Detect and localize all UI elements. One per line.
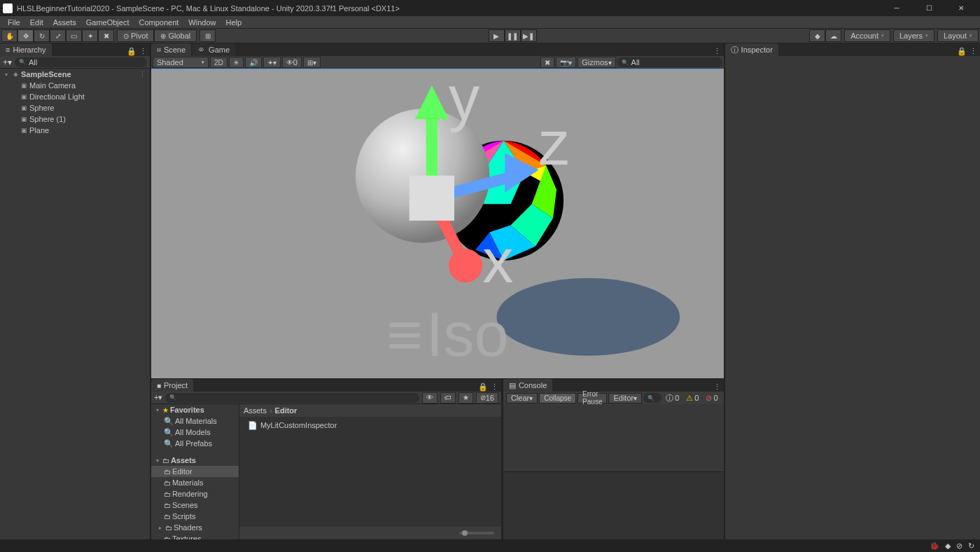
folder-item[interactable]: 🗀Editor xyxy=(151,466,239,477)
folder-item[interactable]: 🗀Scenes xyxy=(151,499,239,511)
panel-menu-icon[interactable]: ⋮ xyxy=(491,382,498,392)
folder-item[interactable]: 🗀Textures xyxy=(151,533,239,539)
step-button[interactable]: ▶❚ xyxy=(521,29,537,42)
snap-button[interactable]: ⊞ xyxy=(200,29,216,42)
panel-menu-icon[interactable]: ⋮ xyxy=(713,47,721,56)
hierarchy-item[interactable]: ▣Directional Light xyxy=(0,91,150,102)
game-tab[interactable]: ᯣ Game xyxy=(192,43,235,56)
lock-icon[interactable]: 🔒 xyxy=(957,47,967,56)
minimize-button[interactable]: ─ xyxy=(881,0,913,16)
lock-icon[interactable]: 🔒 xyxy=(478,382,488,392)
cloud-button[interactable]: ☁ xyxy=(825,29,841,42)
menu-assets[interactable]: Assets xyxy=(48,18,81,27)
console-tab[interactable]: ▤ Console xyxy=(503,379,552,392)
create-dropdown[interactable]: +▾ xyxy=(3,57,12,67)
lighting-toggle[interactable]: ☀ xyxy=(229,57,244,68)
error-pause-button[interactable]: Error Pause xyxy=(578,393,607,403)
thumbnail-size-slider[interactable] xyxy=(459,532,494,534)
favorite-item[interactable]: 🔍All Prefabs xyxy=(151,438,239,449)
folder-icon: 🗀 xyxy=(164,468,171,476)
menu-window[interactable]: Window xyxy=(183,18,220,27)
inspector-tab[interactable]: ⓘ Inspector xyxy=(725,43,778,56)
clear-button[interactable]: Clear ▾ xyxy=(506,393,538,403)
scale-tool-button[interactable]: ⤢ xyxy=(50,29,66,42)
panel-menu-icon[interactable]: ⋮ xyxy=(139,47,147,56)
breadcrumb-item[interactable]: Assets xyxy=(244,406,267,415)
menu-edit[interactable]: Edit xyxy=(25,18,48,27)
rect-tool-button[interactable]: ▭ xyxy=(66,29,82,42)
error-count[interactable]: ⊘0 xyxy=(703,394,720,403)
favorite-item[interactable]: 🔍All Materials xyxy=(151,415,239,427)
status-icon[interactable]: ⊘ xyxy=(956,541,962,551)
fx-toggle[interactable]: ✦▾ xyxy=(263,57,281,68)
menu-gameobject[interactable]: GameObject xyxy=(81,18,134,27)
favorite-item[interactable]: 🔍All Models xyxy=(151,427,239,438)
hidden-count[interactable]: ⊘16 xyxy=(476,392,498,403)
draw-mode-dropdown[interactable]: Shaded▾ xyxy=(153,57,209,68)
hierarchy-tab[interactable]: ≡ Hierarchy xyxy=(0,43,52,56)
gameobject-icon: ▣ xyxy=(20,104,28,112)
play-button[interactable]: ▶ xyxy=(489,29,505,42)
transform-tool-button[interactable]: ✦ xyxy=(82,29,98,42)
breadcrumb-item[interactable]: Editor xyxy=(275,406,298,415)
folder-item[interactable]: 🗀Scripts xyxy=(151,511,239,522)
hand-tool-button[interactable]: ✋ xyxy=(1,29,18,42)
tools-button[interactable]: ✖ xyxy=(540,57,554,68)
console-search[interactable] xyxy=(643,393,662,403)
pause-button[interactable]: ❚❚ xyxy=(505,29,521,42)
hierarchy-search[interactable]: All xyxy=(15,57,147,67)
panel-menu-icon[interactable]: ⋮ xyxy=(713,382,721,392)
hierarchy-item[interactable]: ▣Sphere xyxy=(0,102,150,113)
filter-button[interactable]: 🏷 xyxy=(440,392,456,403)
editor-dropdown[interactable]: Editor ▾ xyxy=(608,393,642,403)
collapse-button[interactable]: Collapse xyxy=(539,393,576,403)
orientation-gizmo[interactable]: y z x ≡ Iso xyxy=(151,74,718,378)
rotate-tool-button[interactable]: ↻ xyxy=(34,29,50,42)
menu-component[interactable]: Component xyxy=(134,18,183,27)
pivot-toggle[interactable]: ⊙Pivot xyxy=(117,29,154,42)
project-tab[interactable]: ■ Project xyxy=(151,379,193,392)
folder-item[interactable]: 🗀Rendering xyxy=(151,488,239,499)
lock-icon[interactable]: 🔒 xyxy=(127,47,136,56)
2d-toggle[interactable]: 2D xyxy=(210,57,227,68)
create-dropdown[interactable]: +▾ xyxy=(154,393,162,402)
panel-menu-icon[interactable]: ⋮ xyxy=(969,47,977,56)
status-icon[interactable]: ◆ xyxy=(945,541,951,551)
status-icon[interactable]: ↻ xyxy=(968,541,974,551)
account-dropdown[interactable]: Account xyxy=(844,29,890,42)
maximize-button[interactable]: ☐ xyxy=(913,0,945,16)
menu-help[interactable]: Help xyxy=(220,18,246,27)
asset-item[interactable]: 📄 MyLitCustomInspector xyxy=(242,420,498,431)
menu-file[interactable]: File xyxy=(3,18,25,27)
custom-tool-button[interactable]: ✖ xyxy=(98,29,114,42)
scene-root[interactable]: ▾ ◈ SampleScene ⋮ xyxy=(0,69,150,80)
layers-dropdown[interactable]: Layers xyxy=(893,29,934,42)
camera-button[interactable]: 📷▾ xyxy=(556,57,576,68)
layout-dropdown[interactable]: Layout xyxy=(937,29,979,42)
status-icon[interactable]: 🐞 xyxy=(930,541,939,551)
scene-viewport[interactable]: y z x ≡ Iso xyxy=(151,69,724,378)
scene-menu-icon[interactable]: ⋮ xyxy=(139,71,146,78)
grid-toggle[interactable]: ⊞▾ xyxy=(303,57,321,68)
scene-search[interactable]: All xyxy=(617,57,722,67)
hierarchy-item[interactable]: ▣Main Camera xyxy=(0,80,150,91)
hidden-toggle[interactable]: 👁0 xyxy=(282,57,302,68)
folder-item[interactable]: ▸🗀Shaders xyxy=(151,522,239,533)
audio-toggle[interactable]: 🔊 xyxy=(245,57,262,68)
collab-button[interactable]: ◆ xyxy=(809,29,825,42)
hierarchy-item[interactable]: ▣Sphere (1) xyxy=(0,113,150,125)
filter-button[interactable]: ★ xyxy=(458,392,473,403)
assets-root[interactable]: ▾🗀Assets xyxy=(151,455,239,466)
close-button[interactable]: ✕ xyxy=(945,0,977,16)
move-tool-button[interactable]: ✥ xyxy=(18,29,34,42)
gizmos-dropdown[interactable]: Gizmos ▾ xyxy=(578,57,615,68)
hierarchy-item[interactable]: ▣Plane xyxy=(0,125,150,136)
global-toggle[interactable]: ⊕Global xyxy=(154,29,197,42)
scene-tab[interactable]: ⌗ Scene xyxy=(151,43,191,56)
warn-count[interactable]: ⚠0 xyxy=(683,394,701,403)
filter-button[interactable]: 👁 xyxy=(422,392,438,403)
favorites-root[interactable]: ▾★Favorites xyxy=(151,404,239,415)
folder-item[interactable]: 🗀Materials xyxy=(151,477,239,488)
project-search[interactable] xyxy=(165,393,419,403)
info-count[interactable]: ⓘ0 xyxy=(663,393,682,403)
